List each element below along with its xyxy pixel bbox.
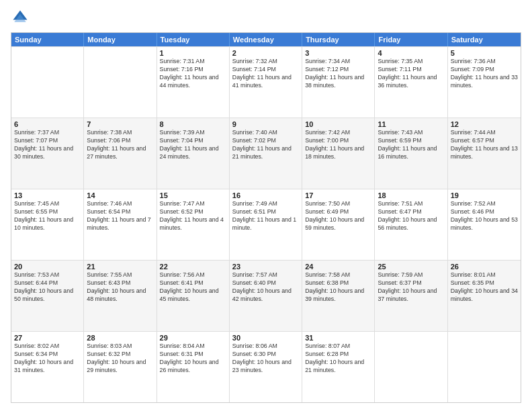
cal-cell: 1Sunrise: 7:31 AM Sunset: 7:16 PM Daylig… xyxy=(157,47,230,118)
cell-content: Sunrise: 7:52 AM Sunset: 6:46 PM Dayligh… xyxy=(451,200,518,232)
calendar-row-2: 13Sunrise: 7:45 AM Sunset: 6:55 PM Dayli… xyxy=(11,189,521,260)
header-day-friday: Friday xyxy=(375,33,447,46)
cal-cell xyxy=(448,332,521,402)
day-number: 11 xyxy=(378,120,444,128)
cal-cell xyxy=(84,47,157,118)
day-number: 12 xyxy=(451,120,518,128)
cal-cell: 16Sunrise: 7:49 AM Sunset: 6:51 PM Dayli… xyxy=(230,189,302,260)
cell-content: Sunrise: 7:43 AM Sunset: 6:59 PM Dayligh… xyxy=(378,129,444,161)
cal-cell: 21Sunrise: 7:55 AM Sunset: 6:43 PM Dayli… xyxy=(84,261,157,331)
header-day-thursday: Thursday xyxy=(302,33,375,46)
logo xyxy=(11,8,32,27)
day-number: 1 xyxy=(160,49,226,57)
cell-content: Sunrise: 7:55 AM Sunset: 6:43 PM Dayligh… xyxy=(87,271,153,304)
cal-cell xyxy=(11,47,84,118)
header-day-wednesday: Wednesday xyxy=(230,33,302,46)
day-number: 25 xyxy=(378,263,444,271)
cal-cell: 20Sunrise: 7:53 AM Sunset: 6:44 PM Dayli… xyxy=(11,261,84,331)
day-number: 18 xyxy=(378,191,444,199)
cal-cell: 28Sunrise: 8:03 AM Sunset: 6:32 PM Dayli… xyxy=(84,332,157,402)
cal-cell: 19Sunrise: 7:52 AM Sunset: 6:46 PM Dayli… xyxy=(448,189,521,260)
cal-cell: 29Sunrise: 8:04 AM Sunset: 6:31 PM Dayli… xyxy=(157,332,230,402)
cell-content: Sunrise: 7:38 AM Sunset: 7:06 PM Dayligh… xyxy=(87,129,153,161)
cal-cell: 26Sunrise: 8:01 AM Sunset: 6:35 PM Dayli… xyxy=(448,261,521,331)
day-number: 15 xyxy=(160,191,226,199)
cell-content: Sunrise: 8:01 AM Sunset: 6:35 PM Dayligh… xyxy=(451,271,518,304)
cal-cell: 8Sunrise: 7:39 AM Sunset: 7:04 PM Daylig… xyxy=(157,118,230,189)
day-number: 27 xyxy=(14,334,81,342)
day-number: 20 xyxy=(14,263,81,271)
day-number: 8 xyxy=(160,120,226,128)
calendar-row-4: 27Sunrise: 8:02 AM Sunset: 6:34 PM Dayli… xyxy=(11,331,521,402)
day-number: 28 xyxy=(87,334,153,342)
cal-cell: 2Sunrise: 7:32 AM Sunset: 7:14 PM Daylig… xyxy=(230,47,302,118)
cell-content: Sunrise: 7:44 AM Sunset: 6:57 PM Dayligh… xyxy=(451,129,518,161)
logo-icon xyxy=(11,8,30,27)
cal-cell: 25Sunrise: 7:59 AM Sunset: 6:37 PM Dayli… xyxy=(375,261,447,331)
calendar: SundayMondayTuesdayWednesdayThursdayFrid… xyxy=(11,32,521,403)
calendar-row-3: 20Sunrise: 7:53 AM Sunset: 6:44 PM Dayli… xyxy=(11,260,521,331)
cal-cell: 17Sunrise: 7:50 AM Sunset: 6:49 PM Dayli… xyxy=(302,189,375,260)
cell-content: Sunrise: 7:49 AM Sunset: 6:51 PM Dayligh… xyxy=(232,200,299,232)
header xyxy=(11,8,521,27)
cell-content: Sunrise: 7:39 AM Sunset: 7:04 PM Dayligh… xyxy=(160,129,226,161)
day-number: 24 xyxy=(305,263,371,271)
day-number: 30 xyxy=(232,334,299,342)
day-number: 3 xyxy=(305,49,371,57)
calendar-header: SundayMondayTuesdayWednesdayThursdayFrid… xyxy=(11,33,521,46)
calendar-row-0: 1Sunrise: 7:31 AM Sunset: 7:16 PM Daylig… xyxy=(11,46,521,118)
cell-content: Sunrise: 7:58 AM Sunset: 6:38 PM Dayligh… xyxy=(305,271,371,304)
day-number: 4 xyxy=(378,49,444,57)
cell-content: Sunrise: 7:53 AM Sunset: 6:44 PM Dayligh… xyxy=(14,271,81,304)
cell-content: Sunrise: 7:40 AM Sunset: 7:02 PM Dayligh… xyxy=(232,129,299,161)
cell-content: Sunrise: 8:04 AM Sunset: 6:31 PM Dayligh… xyxy=(160,342,226,375)
cell-content: Sunrise: 7:37 AM Sunset: 7:07 PM Dayligh… xyxy=(14,129,81,161)
cell-content: Sunrise: 7:47 AM Sunset: 6:52 PM Dayligh… xyxy=(160,200,226,232)
cal-cell: 13Sunrise: 7:45 AM Sunset: 6:55 PM Dayli… xyxy=(11,189,84,260)
cal-cell: 18Sunrise: 7:51 AM Sunset: 6:47 PM Dayli… xyxy=(375,189,447,260)
cal-cell: 7Sunrise: 7:38 AM Sunset: 7:06 PM Daylig… xyxy=(84,118,157,189)
cal-cell: 11Sunrise: 7:43 AM Sunset: 6:59 PM Dayli… xyxy=(375,118,447,189)
cell-content: Sunrise: 7:51 AM Sunset: 6:47 PM Dayligh… xyxy=(378,200,444,232)
cell-content: Sunrise: 7:57 AM Sunset: 6:40 PM Dayligh… xyxy=(232,271,299,304)
cal-cell: 5Sunrise: 7:36 AM Sunset: 7:09 PM Daylig… xyxy=(448,47,521,118)
cal-cell: 23Sunrise: 7:57 AM Sunset: 6:40 PM Dayli… xyxy=(230,261,302,331)
calendar-row-1: 6Sunrise: 7:37 AM Sunset: 7:07 PM Daylig… xyxy=(11,118,521,189)
cal-cell: 15Sunrise: 7:47 AM Sunset: 6:52 PM Dayli… xyxy=(157,189,230,260)
cell-content: Sunrise: 7:32 AM Sunset: 7:14 PM Dayligh… xyxy=(232,58,299,90)
day-number: 14 xyxy=(87,191,153,199)
calendar-body: 1Sunrise: 7:31 AM Sunset: 7:16 PM Daylig… xyxy=(11,46,521,402)
header-day-saturday: Saturday xyxy=(448,33,521,46)
header-day-sunday: Sunday xyxy=(11,33,84,46)
cal-cell: 6Sunrise: 7:37 AM Sunset: 7:07 PM Daylig… xyxy=(11,118,84,189)
day-number: 31 xyxy=(305,334,371,342)
cal-cell: 24Sunrise: 7:58 AM Sunset: 6:38 PM Dayli… xyxy=(302,261,375,331)
cal-cell: 14Sunrise: 7:46 AM Sunset: 6:54 PM Dayli… xyxy=(84,189,157,260)
cal-cell: 30Sunrise: 8:06 AM Sunset: 6:30 PM Dayli… xyxy=(230,332,302,402)
day-number: 16 xyxy=(232,191,299,199)
cell-content: Sunrise: 8:03 AM Sunset: 6:32 PM Dayligh… xyxy=(87,342,153,375)
cell-content: Sunrise: 7:56 AM Sunset: 6:41 PM Dayligh… xyxy=(160,271,226,304)
header-day-tuesday: Tuesday xyxy=(157,33,230,46)
day-number: 13 xyxy=(14,191,81,199)
day-number: 22 xyxy=(160,263,226,271)
cal-cell xyxy=(375,332,447,402)
cell-content: Sunrise: 8:07 AM Sunset: 6:28 PM Dayligh… xyxy=(305,342,371,375)
cal-cell: 10Sunrise: 7:42 AM Sunset: 7:00 PM Dayli… xyxy=(302,118,375,189)
cell-content: Sunrise: 7:46 AM Sunset: 6:54 PM Dayligh… xyxy=(87,200,153,232)
day-number: 5 xyxy=(451,49,518,57)
cal-cell: 27Sunrise: 8:02 AM Sunset: 6:34 PM Dayli… xyxy=(11,332,84,402)
day-number: 9 xyxy=(232,120,299,128)
day-number: 21 xyxy=(87,263,153,271)
cal-cell: 12Sunrise: 7:44 AM Sunset: 6:57 PM Dayli… xyxy=(448,118,521,189)
cell-content: Sunrise: 8:02 AM Sunset: 6:34 PM Dayligh… xyxy=(14,342,81,375)
cal-cell: 22Sunrise: 7:56 AM Sunset: 6:41 PM Dayli… xyxy=(157,261,230,331)
day-number: 6 xyxy=(14,120,81,128)
cell-content: Sunrise: 7:42 AM Sunset: 7:00 PM Dayligh… xyxy=(305,129,371,161)
cell-content: Sunrise: 7:35 AM Sunset: 7:11 PM Dayligh… xyxy=(378,58,444,90)
cell-content: Sunrise: 7:34 AM Sunset: 7:12 PM Dayligh… xyxy=(305,58,371,90)
day-number: 10 xyxy=(305,120,371,128)
cell-content: Sunrise: 7:31 AM Sunset: 7:16 PM Dayligh… xyxy=(160,58,226,90)
cal-cell: 31Sunrise: 8:07 AM Sunset: 6:28 PM Dayli… xyxy=(302,332,375,402)
cal-cell: 4Sunrise: 7:35 AM Sunset: 7:11 PM Daylig… xyxy=(375,47,447,118)
